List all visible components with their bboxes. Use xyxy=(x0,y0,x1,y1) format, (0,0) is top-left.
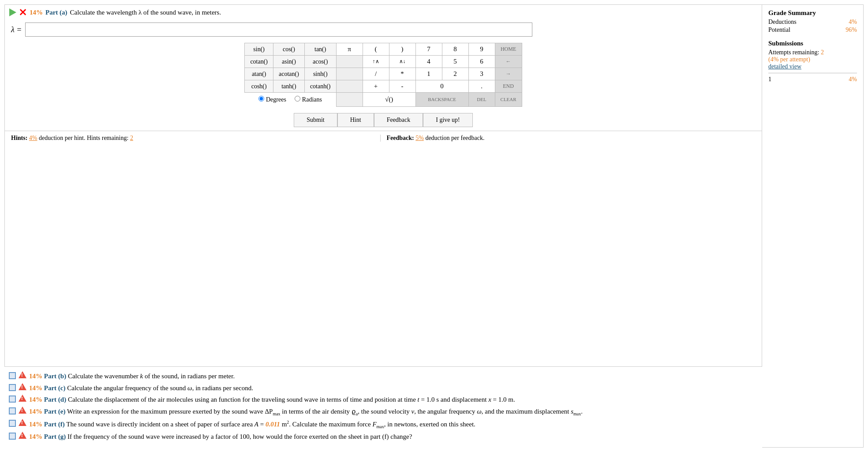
part-d-row: ! 14% Part (d) Calculate the displacemen… xyxy=(9,395,758,405)
btn-5[interactable]: 5 xyxy=(442,56,468,68)
btn-7[interactable]: 7 xyxy=(415,43,442,56)
hints-label: Hints: xyxy=(11,135,27,141)
btn-sinh[interactable]: sinh() xyxy=(304,68,336,80)
btn-backspace[interactable]: BACKSPACE xyxy=(415,93,468,107)
btn-paren-open[interactable]: ( xyxy=(363,43,389,56)
part-g-square-icon[interactable] xyxy=(9,433,16,440)
btn-cosh[interactable]: cosh() xyxy=(245,80,273,93)
submit-button[interactable]: Submit xyxy=(294,113,337,127)
btn-del[interactable]: DEL xyxy=(468,93,495,107)
part-c-text: 14% Part (c) Calculate the angular frequ… xyxy=(29,383,758,393)
btn-star[interactable]: * xyxy=(389,68,415,80)
btn-sin[interactable]: sin() xyxy=(245,43,273,56)
btn-cotan[interactable]: cotan() xyxy=(245,56,273,68)
part-b-description: Calculate the wavenumber k of the sound,… xyxy=(68,373,235,380)
attempts-value: 2 xyxy=(821,49,824,56)
degrees-radians-row: Degrees Radians xyxy=(245,93,336,107)
feedback-col: Feedback: 5% deduction per feedback. xyxy=(380,135,756,142)
feedback-deduction: 5% xyxy=(415,135,424,141)
part-b-row: ! 14% Part (b) Calculate the wavenumber … xyxy=(9,371,758,381)
calculator-table: sin() cos() tan() π ( ) 7 8 9 HOME xyxy=(244,43,522,107)
play-icon[interactable] xyxy=(9,8,16,16)
give-up-button[interactable]: I give up! xyxy=(423,113,472,127)
attempts-label: Attempts remaining: xyxy=(768,49,819,56)
btn-8[interactable]: 8 xyxy=(442,43,468,56)
btn-atan[interactable]: atan() xyxy=(245,68,273,80)
btn-9[interactable]: 9 xyxy=(468,43,495,56)
deductions-row: Deductions 4% xyxy=(768,19,857,26)
detailed-view-link[interactable]: detailed view xyxy=(768,63,801,70)
close-icon[interactable] xyxy=(19,8,27,16)
btn-empty2 xyxy=(336,68,363,80)
part-b-square-icon[interactable] xyxy=(9,372,16,379)
part-c-label: Part (c) xyxy=(44,384,66,392)
btn-acotan[interactable]: acotan() xyxy=(273,68,305,80)
part-b-warning-icon: ! xyxy=(19,371,26,378)
btn-down[interactable]: ∧↓ xyxy=(389,56,415,68)
btn-right-arrow[interactable]: → xyxy=(495,68,522,80)
part-d-warning-icon: ! xyxy=(19,395,26,402)
btn-cotanh[interactable]: cotanh() xyxy=(304,80,336,93)
btn-sqrt[interactable]: √() xyxy=(363,93,415,107)
btn-cos[interactable]: cos() xyxy=(273,43,305,56)
part-b-label: Part (b) xyxy=(44,373,66,380)
btn-acos[interactable]: acos() xyxy=(304,56,336,68)
btn-up[interactable]: ↑∧ xyxy=(363,56,389,68)
btn-backspace-arrow[interactable]: ← xyxy=(495,56,522,68)
hints-text: deduction per hint. Hints remaining: xyxy=(39,135,130,141)
part-e-description: Write an expression for the maximum pres… xyxy=(67,408,583,415)
parts-section: ! 14% Part (b) Calculate the wavenumber … xyxy=(4,367,762,448)
degrees-label[interactable]: Degrees xyxy=(258,96,288,103)
btn-pi[interactable]: π xyxy=(336,43,363,56)
part-a-percent: 14% xyxy=(30,9,43,16)
degrees-radio[interactable] xyxy=(258,96,264,102)
part-e-percent: 14% xyxy=(29,408,42,415)
btn-end[interactable]: END xyxy=(495,80,522,93)
radians-label[interactable]: Radians xyxy=(295,96,322,103)
part-d-label: Part (d) xyxy=(44,396,66,403)
part-f-percent: 14% xyxy=(29,421,42,428)
feedback-text: deduction per feedback. xyxy=(425,135,484,141)
hint-button[interactable]: Hint xyxy=(337,113,374,127)
grade-summary-title: Grade Summary xyxy=(768,9,857,17)
lambda-input[interactable] xyxy=(25,23,532,37)
part-f-warning-icon: ! xyxy=(19,419,26,426)
part-d-square-icon[interactable] xyxy=(9,396,16,403)
part-g-label: Part (g) xyxy=(44,433,66,440)
btn-clear[interactable]: CLEAR xyxy=(495,93,522,107)
btn-asin[interactable]: asin() xyxy=(273,56,305,68)
btn-empty4 xyxy=(336,93,363,107)
part-g-percent: 14% xyxy=(29,433,42,440)
btn-dot[interactable]: . xyxy=(468,80,495,93)
btn-minus[interactable]: - xyxy=(389,80,415,93)
btn-3[interactable]: 3 xyxy=(468,68,495,80)
detailed-view-row: detailed view xyxy=(768,63,857,70)
btn-6[interactable]: 6 xyxy=(468,56,495,68)
hints-col: Hints: 4% deduction per hint. Hints rema… xyxy=(11,135,380,142)
part-c-square-icon[interactable] xyxy=(9,384,16,391)
radians-radio[interactable] xyxy=(295,96,300,102)
btn-0[interactable]: 0 xyxy=(415,80,468,93)
btn-empty3 xyxy=(336,80,363,93)
calculator-area: sin() cos() tan() π ( ) 7 8 9 HOME xyxy=(5,39,762,109)
hints-remaining: 2 xyxy=(130,135,133,141)
btn-tanh[interactable]: tanh() xyxy=(273,80,305,93)
btn-4[interactable]: 4 xyxy=(415,56,442,68)
btn-home[interactable]: HOME xyxy=(495,43,522,56)
btn-tan[interactable]: tan() xyxy=(304,43,336,56)
btn-2[interactable]: 2 xyxy=(442,68,468,80)
part-a-description: Calculate the wavelength λ of the sound … xyxy=(70,9,221,16)
part-f-square-icon[interactable] xyxy=(9,420,16,427)
sub-divider xyxy=(768,73,857,73)
sub-pct: 4% xyxy=(849,76,857,83)
btn-1[interactable]: 1 xyxy=(415,68,442,80)
btn-plus[interactable]: + xyxy=(363,80,389,93)
potential-row: Potential 96% xyxy=(768,26,857,34)
part-e-square-icon[interactable] xyxy=(9,407,16,414)
btn-paren-close[interactable]: ) xyxy=(389,43,415,56)
submissions-title: Submissions xyxy=(768,40,857,47)
btn-slash[interactable]: / xyxy=(363,68,389,80)
part-g-text: 14% Part (g) If the frequency of the sou… xyxy=(29,432,758,442)
feedback-button[interactable]: Feedback xyxy=(374,113,423,127)
potential-value: 96% xyxy=(846,26,857,34)
